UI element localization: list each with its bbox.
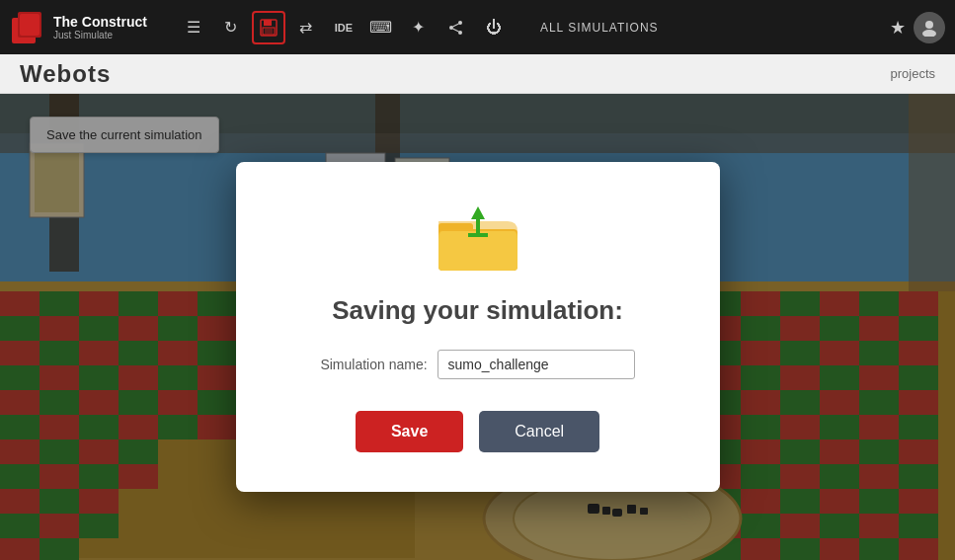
power-button[interactable]: ⏻ xyxy=(477,11,511,44)
simulation-name-input[interactable] xyxy=(438,350,635,379)
user-avatar-button[interactable] xyxy=(914,12,945,43)
app-subtitle: Just Simulate xyxy=(53,30,147,40)
simulation-name-label: Simulation name: xyxy=(320,357,427,372)
settings-button[interactable]: ⇄ xyxy=(289,11,323,44)
logo-text: The Construct Just Simulate xyxy=(53,14,147,41)
save-icon-container xyxy=(434,201,522,276)
logo-area: The Construct Just Simulate xyxy=(10,10,147,45)
projects-link[interactable]: projects xyxy=(890,66,935,81)
star-button[interactable]: ★ xyxy=(890,17,906,39)
app-logo-icon xyxy=(10,10,45,45)
share-button[interactable] xyxy=(439,11,473,44)
menu-button[interactable]: ☰ xyxy=(177,11,210,44)
toolbar: ☰ ↻ ⇄ IDE ⌨ ✦ ⏻ xyxy=(177,11,511,44)
svg-line-11 xyxy=(452,29,458,32)
save-dialog: Saving your simulation: Simulation name:… xyxy=(236,162,720,492)
svg-rect-4 xyxy=(264,20,272,26)
header: The Construct Just Simulate ☰ ↻ ⇄ IDE ⌨ … xyxy=(0,0,955,54)
all-simulations-button[interactable]: ALL SIMULATIONS xyxy=(540,21,659,35)
save-button[interactable] xyxy=(252,11,285,44)
app-title: The Construct xyxy=(53,14,147,31)
dialog-save-button[interactable]: Save xyxy=(356,411,463,452)
webots-label: Webots xyxy=(20,60,111,88)
svg-rect-209 xyxy=(468,233,488,237)
modal-overlay: Saving your simulation: Simulation name:… xyxy=(0,94,955,560)
modal-title: Saving your simulation: xyxy=(332,295,623,326)
svg-point-12 xyxy=(925,21,933,29)
dialog-cancel-button[interactable]: Cancel xyxy=(479,411,599,452)
terminal-button[interactable]: ⌨ xyxy=(364,11,398,44)
input-row: Simulation name: xyxy=(276,350,680,379)
webots-bar: Webots projects xyxy=(0,54,955,94)
refresh-button[interactable]: ↻ xyxy=(214,11,248,44)
svg-line-10 xyxy=(452,24,458,27)
svg-rect-2 xyxy=(20,14,40,36)
robot-button[interactable]: ✦ xyxy=(402,11,436,44)
svg-rect-6 xyxy=(265,29,273,34)
folder-save-icon xyxy=(434,201,522,276)
dialog-buttons: Save Cancel xyxy=(356,411,599,452)
simulation-viewport: Saving your simulation: Simulation name:… xyxy=(0,94,955,560)
header-right: ★ xyxy=(890,12,945,43)
svg-point-13 xyxy=(922,30,936,37)
ide-button[interactable]: IDE xyxy=(327,11,360,44)
